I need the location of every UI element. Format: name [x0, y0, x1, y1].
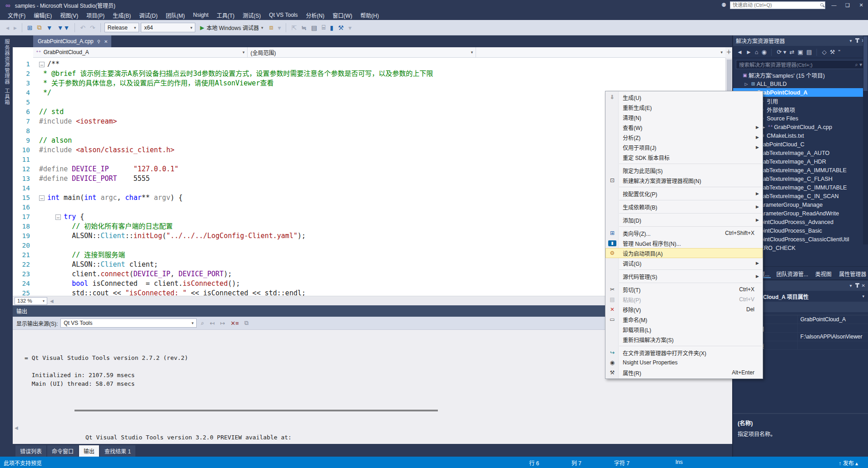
tree-item[interactable]: ▷⊞ALL_BUILD — [733, 80, 868, 88]
pending-changes-icon[interactable]: ⟳ ▾ — [777, 49, 786, 55]
context-menu-item[interactable]: ✕移除(V)Del — [605, 304, 763, 314]
close-tab-icon[interactable]: ✕ — [104, 39, 108, 44]
context-menu-item[interactable]: 重新扫描解决方案(S) — [605, 334, 763, 344]
context-menu-item[interactable]: 按配置优化(P)▶ — [605, 189, 763, 199]
context-menu-item[interactable]: ◉Nsight User Properties — [605, 358, 763, 368]
context-menu-item[interactable]: 调试(G)▶ — [605, 258, 763, 268]
feedback-icon[interactable]: ⚉ — [721, 2, 726, 8]
menu-item[interactable]: 窗口(W) — [328, 10, 356, 20]
context-menu-item[interactable]: ▭重命名(M) — [605, 314, 763, 324]
explorer-tab[interactable]: 团队资源管... — [774, 269, 809, 278]
fold-icon[interactable]: – — [55, 214, 61, 220]
window-menu-icon[interactable]: ▾ — [850, 283, 852, 288]
nav-member-dropdown[interactable]: ▾ — [476, 47, 725, 57]
forward-icon[interactable]: ► — [746, 49, 752, 55]
menu-item[interactable]: 生成(B) — [109, 10, 135, 20]
hscroll-left-arrow-icon[interactable]: ◀ — [50, 299, 54, 304]
more-icon[interactable]: ” — [838, 49, 840, 55]
fold-icon[interactable]: – — [39, 62, 45, 67]
panel-tab[interactable]: 查找结果 1 — [100, 445, 135, 457]
close-button[interactable]: ✕ — [856, 2, 866, 8]
menu-item[interactable]: 团队(M) — [162, 10, 189, 20]
home-icon[interactable]: ⌂ — [755, 49, 759, 55]
menu-item[interactable]: 编辑(E) — [30, 10, 56, 20]
context-menu-item[interactable]: 清理(N) — [605, 112, 763, 122]
menu-item[interactable]: 文件(F) — [4, 10, 30, 20]
quick-launch-input[interactable] — [730, 1, 825, 9]
output-hscroll-arrow-icon[interactable]: ◀ — [15, 425, 18, 430]
prev-message-icon[interactable]: ↤ — [208, 320, 216, 327]
tree-item[interactable]: ▣解决方案'samples' (15 个项目) — [733, 71, 868, 80]
context-menu-item[interactable]: 添加(D)▶ — [605, 215, 763, 225]
context-menu-item[interactable]: ▮管理 NuGet 程序包(N)... — [605, 238, 763, 248]
bookmark-icon[interactable]: ▮ — [329, 23, 335, 32]
menu-item[interactable]: 调试(D) — [135, 10, 162, 20]
menu-item[interactable]: 帮助(H) — [356, 10, 383, 20]
close-pane-icon[interactable]: ✕ — [862, 283, 865, 288]
pin-icon[interactable] — [857, 284, 858, 288]
context-menu-item[interactable]: ⊡新建解决方案资源管理器视图(N) — [605, 175, 763, 185]
nav-back-icon[interactable]: ◂ — [5, 23, 10, 32]
menu-item[interactable]: 视图(V) — [56, 10, 82, 20]
context-menu-item[interactable]: ⚒属性(R)Alt+Enter — [605, 368, 763, 378]
solution-config-icon[interactable]: ▤ — [310, 23, 318, 32]
view-code-icon[interactable]: ◇ — [822, 49, 827, 55]
context-menu-item[interactable]: ⚙设为启动项目(A) — [605, 248, 763, 258]
context-menu-item[interactable]: ⊞类向导(Z)...Ctrl+Shift+X — [605, 228, 763, 238]
context-menu-item[interactable]: 重新生成(E) — [605, 102, 763, 112]
show-all-files-icon[interactable]: ▤ — [806, 49, 812, 55]
attach-process-icon[interactable]: ⧈ — [268, 23, 275, 32]
wrench-icon[interactable]: ⚒ — [337, 23, 345, 32]
configuration-dropdown[interactable]: Release▾ — [104, 23, 139, 32]
file-tab[interactable]: GrabPointCloud_A.cpp ⚲ ✕ — [33, 35, 111, 47]
menu-item[interactable]: Qt VS Tools — [265, 10, 302, 20]
comment-icon[interactable]: ⌸ — [320, 23, 327, 32]
panel-tab[interactable]: 命令窗口 — [47, 445, 78, 457]
clear-all-icon[interactable]: ✕≡ — [229, 320, 240, 327]
context-menu-item[interactable]: 限定为此范围(S) — [605, 165, 763, 175]
nav-type-dropdown[interactable]: ⁺⁺GrabPointCloud_A▾ — [33, 47, 248, 57]
platform-dropdown[interactable]: x64▾ — [141, 23, 195, 32]
open-file-icon[interactable]: ⧉ — [36, 23, 43, 32]
expand-arrow-icon[interactable]: ▷ — [743, 82, 749, 86]
toolbar-overflow-icon[interactable]: ▾ — [276, 23, 282, 32]
output-source-dropdown[interactable]: Qt VS Tools▾ — [60, 319, 197, 328]
scrollbar-split-handle[interactable]: ＋ — [725, 47, 732, 58]
back-icon[interactable]: ◄ — [737, 49, 743, 55]
next-message-icon[interactable]: ↦ — [219, 320, 227, 327]
panel-tab[interactable]: 错误列表 — [15, 445, 46, 457]
context-menu-item[interactable]: ⇩生成(U) — [605, 92, 763, 102]
context-menu-item[interactable]: 查看(W)▶ — [605, 122, 763, 132]
search-dropdown-icon[interactable]: ⌕ ▾ — [855, 61, 862, 68]
explorer-scrollbar[interactable] — [863, 35, 868, 244]
explorer-tab[interactable]: 类视图 — [813, 269, 834, 278]
pin-icon[interactable] — [857, 39, 858, 43]
save-all-icon[interactable]: ▼▼ — [56, 23, 71, 32]
nav-forward-icon[interactable]: ▸ — [12, 23, 18, 32]
window-menu-icon[interactable]: ▾ — [850, 38, 852, 43]
properties-icon[interactable]: ⚒ — [830, 49, 835, 55]
menu-item[interactable]: 项目(P) — [82, 10, 109, 20]
context-menu-item[interactable]: 生成依赖项(B)▶ — [605, 202, 763, 212]
editor-zoom-dropdown[interactable]: 132 %▾ — [15, 297, 47, 305]
context-menu-item[interactable]: 卸载项目(L) — [605, 324, 763, 334]
find-message-icon[interactable]: ⌕ — [199, 319, 205, 327]
undo-icon[interactable]: ↶ — [79, 23, 87, 32]
nav-scope-dropdown[interactable]: (全局范围)▾ — [248, 47, 476, 57]
pin-tab-icon[interactable]: ⚲ — [97, 39, 100, 44]
menu-item[interactable]: 测试(S) — [238, 10, 265, 20]
word-wrap-icon[interactable]: ⧉ — [243, 319, 250, 327]
menu-item[interactable]: 工具(T) — [213, 10, 238, 20]
find-symbol-icon[interactable]: ≒ — [300, 23, 308, 32]
sync-active-document-icon[interactable]: ⇄ — [789, 49, 794, 55]
menu-item[interactable]: Nsight — [189, 10, 213, 20]
tab-server-explorer[interactable]: 服务器资源管理器 — [3, 39, 10, 85]
cursor-tool-icon[interactable]: ⇱ — [290, 23, 298, 32]
context-menu-item[interactable]: 重定 SDK 版本目标 — [605, 152, 763, 162]
nsight-globe-icon[interactable]: ◉ — [762, 49, 767, 55]
toolbar-overflow2-icon[interactable]: ▾ — [347, 23, 353, 32]
tab-toolbox[interactable]: 工具箱 — [3, 88, 10, 105]
collapse-all-icon[interactable]: ▣ — [798, 49, 803, 55]
explorer-tab[interactable]: 属性管理器 — [836, 269, 868, 278]
minimize-button[interactable]: — — [829, 2, 839, 8]
